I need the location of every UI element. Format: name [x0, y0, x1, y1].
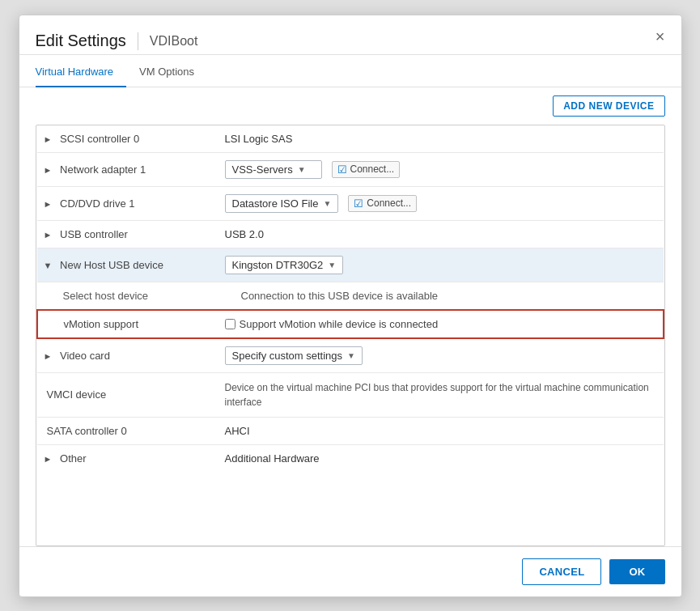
dialog-subtitle: VDIBoot	[150, 34, 198, 49]
chevron-right-icon[interactable]: ►	[44, 134, 53, 144]
row-label: Other	[60, 452, 87, 465]
close-icon[interactable]: ×	[655, 28, 665, 54]
row-label: Select host device	[63, 290, 149, 302]
chevron-down-icon: ▼	[323, 199, 331, 208]
chevron-down-icon[interactable]: ▼	[44, 261, 53, 270]
add-new-device-button[interactable]: ADD NEW DEVICE	[553, 95, 664, 117]
dialog-toolbar: ADD NEW DEVICE	[19, 87, 681, 125]
row-label: vMotion support	[64, 318, 139, 330]
table-row: ► Network adapter 1 VSS-Servers ▼ ☑ Conn…	[37, 152, 664, 186]
video-card-dropdown[interactable]: Specify custom settings ▼	[225, 346, 363, 365]
table-row: VMCI device Device on the virtual machin…	[37, 372, 664, 417]
chevron-down-icon: ▼	[347, 351, 355, 360]
table-row: ► USB controller USB 2.0	[37, 220, 664, 248]
table-row: ► Video card Specify custom settings ▼	[37, 338, 664, 373]
chevron-right-icon[interactable]: ►	[44, 165, 53, 175]
dialog-title: Edit Settings	[36, 32, 126, 50]
tab-vm-options[interactable]: VM Options	[139, 57, 207, 87]
hardware-table-container: ► SCSI controller 0 LSI Logic SAS ► Netw…	[36, 125, 665, 546]
hardware-table: ► SCSI controller 0 LSI Logic SAS ► Netw…	[36, 125, 664, 472]
row-label: USB controller	[60, 228, 128, 240]
table-row: ► Other Additional Hardware	[37, 444, 664, 472]
tab-virtual-hardware[interactable]: Virtual Hardware	[36, 57, 127, 87]
cddvd-drive-dropdown[interactable]: Datastore ISO File ▼	[225, 194, 339, 213]
connect-badge: ☑ Connect...	[332, 161, 401, 178]
row-label: VMCI device	[47, 388, 107, 401]
table-row: SATA controller 0 AHCI	[37, 417, 664, 444]
dialog-header: Edit Settings VDIBoot ×	[19, 15, 681, 55]
chevron-down-icon: ▼	[328, 261, 336, 269]
row-label: SATA controller 0	[47, 425, 127, 437]
row-label: SCSI controller 0	[60, 133, 139, 145]
tab-bar: Virtual Hardware VM Options	[19, 57, 681, 87]
chevron-down-icon: ▼	[298, 165, 306, 174]
row-value: AHCI	[225, 425, 250, 437]
chevron-right-icon[interactable]: ►	[44, 230, 53, 240]
vmotion-label: Support vMotion while device is connecte…	[240, 318, 439, 330]
row-label: Network adapter 1	[60, 163, 146, 176]
vmotion-checkbox[interactable]	[225, 319, 235, 329]
table-row: ▼ New Host USB device Kingston DTR30G2 ▼	[37, 248, 664, 282]
table-row: ► SCSI controller 0 LSI Logic SAS	[37, 125, 664, 153]
header-separator	[138, 32, 138, 50]
chevron-right-icon[interactable]: ►	[44, 351, 53, 361]
check-icon: ☑	[337, 163, 347, 176]
table-row: Select host device Connection to this US…	[37, 282, 664, 310]
row-value: Additional Hardware	[225, 452, 320, 465]
vmotion-row: vMotion support Support vMotion while de…	[37, 310, 664, 338]
dropdown-cell: Datastore ISO File ▼ ☑ Connect...	[225, 194, 654, 213]
row-value: LSI Logic SAS	[225, 133, 293, 145]
vmotion-checkbox-cell: Support vMotion while device is connecte…	[225, 318, 653, 330]
row-value: USB 2.0	[225, 228, 264, 240]
row-value: Connection to this USB device is availab…	[241, 290, 439, 302]
ok-button[interactable]: OK	[609, 559, 664, 584]
row-label: CD/DVD drive 1	[60, 197, 134, 210]
edit-settings-dialog: Edit Settings VDIBoot × Virtual Hardware…	[19, 15, 682, 597]
row-label: Video card	[60, 350, 110, 362]
usb-device-dropdown[interactable]: Kingston DTR30G2 ▼	[225, 256, 344, 274]
chevron-right-icon[interactable]: ►	[44, 199, 53, 209]
dropdown-cell: VSS-Servers ▼ ☑ Connect...	[225, 160, 654, 179]
check-icon: ☑	[354, 197, 363, 210]
connect-badge: ☑ Connect...	[348, 195, 417, 212]
row-value: Device on the virtual machine PCI bus th…	[225, 382, 649, 408]
cancel-button[interactable]: CANCEL	[522, 558, 601, 585]
table-row: ► CD/DVD drive 1 Datastore ISO File ▼ ☑ …	[37, 186, 664, 220]
network-adapter-dropdown[interactable]: VSS-Servers ▼	[225, 160, 322, 179]
row-label: New Host USB device	[60, 259, 163, 271]
dialog-footer: CANCEL OK	[19, 546, 681, 596]
chevron-right-icon[interactable]: ►	[44, 454, 53, 464]
